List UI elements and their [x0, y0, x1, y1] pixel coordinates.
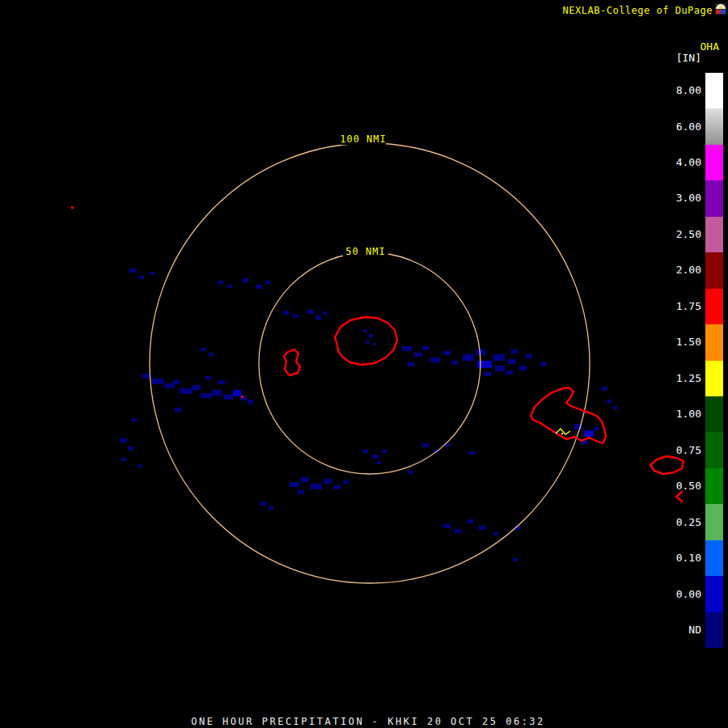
precip-echo [311, 484, 322, 489]
precip-echo [362, 450, 368, 453]
cod-logo-icon [715, 3, 726, 15]
island-outline-molokai-west [650, 456, 684, 474]
legend-seg-0.00 [705, 576, 723, 612]
precip-echo [260, 502, 266, 506]
precip-echo [205, 376, 211, 379]
legend-value-1.25: 1.25 [676, 372, 701, 385]
legend-seg-8.00 [705, 73, 723, 108]
island-outline-oahu [531, 387, 606, 443]
legend-station-label: OHA [700, 40, 719, 53]
ring-label: 100 NMI [340, 133, 387, 145]
precip-echo [369, 334, 373, 337]
ring-label: 50 NMI [345, 246, 385, 257]
precip-echo [128, 447, 133, 451]
precip-echo [540, 362, 546, 366]
precip-echo [269, 506, 273, 510]
precip-echo [382, 450, 387, 453]
precip-echo [175, 408, 181, 412]
precip-echo [511, 349, 518, 353]
island-outline-molokai-tip [676, 492, 682, 502]
precip-echo [233, 390, 241, 396]
legend-seg-0.75 [705, 432, 723, 468]
precip-echo [218, 380, 225, 384]
product-title: ONE HOUR PRECIPITATION - KHKI 20 OCT 25 … [191, 716, 545, 727]
precip-echo [463, 354, 474, 361]
precip-echo [152, 379, 163, 384]
precip-echo [201, 393, 212, 398]
legend-seg-0.25 [705, 504, 723, 540]
legend-value-0.75: 0.75 [676, 444, 701, 457]
precip-echo [218, 281, 223, 284]
precip-echo [363, 329, 366, 332]
precip-echo [443, 351, 451, 355]
precip-echo [508, 359, 516, 364]
legend-seg-3.00 [705, 180, 723, 216]
legend-value-8.00: 8.00 [676, 84, 701, 97]
precip-echo [193, 385, 201, 390]
precip-echo [468, 519, 473, 523]
radar-product: 100 NMI50 NMI NEXLAB-College of DuPage O… [0, 0, 728, 728]
precip-echo [293, 315, 298, 318]
precip-echo [594, 427, 599, 430]
legend-seg-1.00 [705, 396, 723, 432]
precip-echo [584, 430, 594, 437]
precip-echo [180, 388, 193, 394]
precip-echo [228, 285, 232, 288]
precip-echo [451, 361, 458, 365]
legend-value-3.00: 3.00 [676, 192, 701, 205]
legend-value-0.00: 0.00 [676, 588, 701, 601]
precip-echo [142, 374, 150, 379]
legend-color-bar [705, 73, 723, 649]
precip-echo [323, 311, 327, 315]
precip-echo [519, 366, 527, 370]
precip-echo [513, 558, 518, 561]
precip-echo [301, 477, 309, 482]
precip-echo [493, 532, 498, 535]
precip-echo [209, 353, 214, 356]
precip-echo [422, 346, 429, 350]
precip-echo [173, 380, 180, 384]
legend-value-0.50: 0.50 [676, 480, 701, 493]
precip-echo [248, 400, 253, 404]
legend-seg-2.00 [705, 252, 723, 288]
precip-echo [212, 390, 222, 396]
precip-echo [526, 354, 532, 358]
legend-seg-ND [705, 612, 723, 648]
legend-seg-4.00 [705, 145, 723, 180]
legend-value-1.75: 1.75 [676, 300, 701, 313]
precip-echo [138, 464, 142, 468]
red-speck [241, 396, 243, 398]
red-speck [71, 206, 74, 209]
precip-echo [414, 353, 422, 357]
precip-echo [223, 395, 233, 400]
precip-echo [256, 285, 262, 289]
radar-display: 100 NMI50 NMI [0, 0, 728, 728]
precip-echo [430, 358, 440, 362]
precip-echo [150, 272, 154, 275]
precip-echo [484, 372, 491, 376]
legend-value-6.00: 6.00 [676, 121, 701, 133]
legend-seg-1.50 [705, 324, 723, 360]
legend-value-1.50: 1.50 [676, 336, 701, 349]
precip-echo [443, 524, 451, 528]
precip-echo [479, 526, 485, 530]
legend-value-ND: ND [688, 624, 701, 637]
precip-echo [243, 278, 248, 282]
precip-echo [477, 361, 492, 368]
precip-echo [366, 341, 369, 344]
precip-echo [333, 485, 341, 489]
legend-value-2.50: 2.50 [676, 228, 701, 241]
precip-echo [121, 458, 126, 461]
brand-text: NEXLAB-College of DuPage [563, 5, 713, 16]
precip-echo [307, 310, 314, 314]
precip-echo [402, 346, 412, 351]
precip-echo [613, 406, 617, 409]
precip-echo [422, 443, 429, 447]
precip-echo [129, 269, 136, 273]
white-dot [561, 433, 563, 434]
legend-value-2.00: 2.00 [676, 264, 701, 277]
precip-echo [506, 370, 513, 375]
precip-echo [372, 455, 379, 459]
legend-value-4.00: 4.00 [676, 156, 701, 169]
precip-echo [343, 480, 349, 484]
